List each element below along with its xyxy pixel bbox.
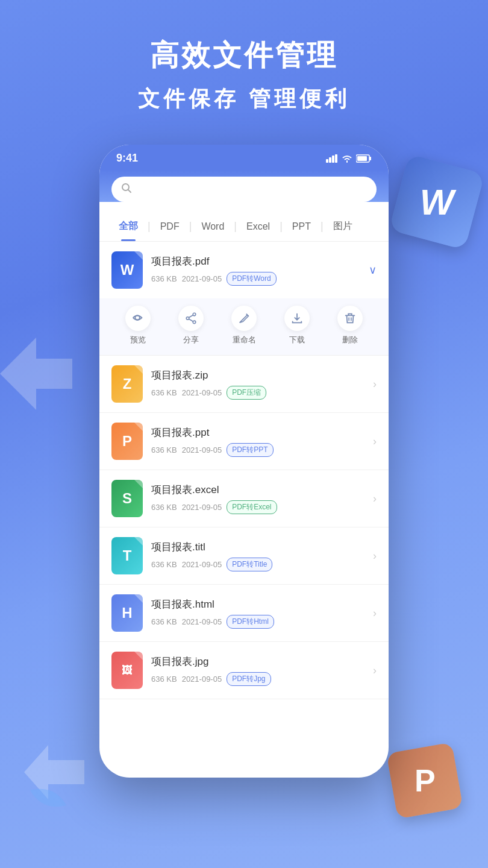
- file-meta: 636 KB 2021-09-05 PDF转Html: [151, 615, 373, 629]
- deco-p-letter: P: [414, 763, 436, 799]
- table-row[interactable]: H 项目报表.html 636 KB 2021-09-05 PDF转Html ›: [99, 585, 389, 642]
- file-name: 项目报表.html: [151, 597, 373, 611]
- search-icon: [121, 183, 132, 196]
- file-meta: 636 KB 2021-09-05 PDF转Jpg: [151, 672, 373, 686]
- file-tag: PDF转PPT: [227, 443, 273, 457]
- signal-icon: [326, 154, 338, 163]
- file-info: 项目报表.excel 636 KB 2021-09-05 PDF转Excel: [151, 483, 373, 514]
- edit-icon: [237, 312, 251, 325]
- file-name: 项目报表.zip: [151, 368, 373, 382]
- svg-point-10: [186, 317, 189, 320]
- svg-rect-0: [326, 159, 328, 163]
- tab-ppt[interactable]: PPT: [283, 213, 321, 241]
- deco-arrow-left: [0, 326, 84, 424]
- delete-icon-btn: [337, 306, 363, 331]
- action-label-share: 分享: [183, 335, 199, 345]
- file-info: 项目报表.html 636 KB 2021-09-05 PDF转Html: [151, 597, 373, 629]
- svg-rect-5: [369, 157, 371, 160]
- table-row[interactable]: S 项目报表.excel 636 KB 2021-09-05 PDF转Excel…: [99, 470, 389, 527]
- file-info: 项目报表.pdf 636 KB 2021-09-05 PDF转Word: [151, 254, 369, 286]
- file-info: 项目报表.titl 636 KB 2021-09-05 PDF转Title: [151, 540, 373, 571]
- chevron-right-icon: ›: [373, 378, 377, 391]
- chevron-right-icon: ›: [373, 607, 377, 620]
- file-name: 项目报表.pdf: [151, 254, 369, 268]
- file-tag: PDF转Jpg: [227, 672, 271, 686]
- file-tag: PDF转Excel: [227, 500, 277, 514]
- file-name: 项目报表.ppt: [151, 426, 373, 439]
- table-row[interactable]: Z 项目报表.zip 636 KB 2021-09-05 PDF压缩 ›: [99, 356, 389, 413]
- file-name: 项目报表.excel: [151, 483, 373, 497]
- file-meta: 636 KB 2021-09-05 PDF转Title: [151, 558, 373, 571]
- svg-point-11: [193, 321, 196, 324]
- action-preview[interactable]: 预览: [125, 306, 151, 345]
- file-icon-html: H: [111, 594, 143, 632]
- file-tag: PDF转Html: [227, 615, 274, 629]
- action-label-preview: 预览: [130, 335, 146, 345]
- trash-icon: [343, 312, 357, 325]
- rename-icon-btn: [231, 306, 257, 331]
- filter-tabs: 全部 | PDF | Word | Excel | PPT | 图片: [99, 212, 389, 242]
- tab-image[interactable]: 图片: [324, 212, 362, 241]
- chevron-right-icon: ›: [373, 664, 377, 677]
- action-bar: 预览 分享: [99, 298, 389, 356]
- phone-body: 9:41: [99, 145, 389, 778]
- file-name: 项目报表.titl: [151, 540, 373, 554]
- tab-excel[interactable]: Excel: [237, 213, 280, 241]
- file-icon-zip: Z: [111, 365, 143, 403]
- svg-rect-2: [332, 156, 334, 163]
- chevron-right-icon: ›: [373, 492, 377, 505]
- file-list: W 项目报表.pdf 636 KB 2021-09-05 PDF转Word ∨: [99, 242, 389, 699]
- file-meta: 636 KB 2021-09-05 PDF转Excel: [151, 500, 373, 514]
- download-icon-btn: [284, 306, 310, 331]
- file-info: 项目报表.zip 636 KB 2021-09-05 PDF压缩: [151, 368, 373, 400]
- preview-icon-btn: [125, 306, 151, 331]
- action-label-rename: 重命名: [233, 335, 256, 345]
- svg-rect-3: [335, 154, 337, 163]
- file-info: 项目报表.jpg 636 KB 2021-09-05 PDF转Jpg: [151, 655, 373, 686]
- table-row[interactable]: T 项目报表.titl 636 KB 2021-09-05 PDF转Title …: [99, 527, 389, 585]
- app-header: [99, 169, 389, 202]
- file-meta: 636 KB 2021-09-05 PDF转PPT: [151, 443, 373, 457]
- deco-word-letter: W: [420, 181, 454, 222]
- file-icon-jpg: 🖼: [111, 652, 143, 689]
- wifi-icon: [342, 154, 352, 163]
- action-label-delete: 删除: [342, 335, 358, 345]
- file-tag: PDF转Title: [227, 558, 272, 571]
- table-row[interactable]: 🖼 项目报表.jpg 636 KB 2021-09-05 PDF转Jpg ›: [99, 642, 389, 699]
- status-icons: [326, 154, 372, 163]
- deco-word-card: W: [389, 154, 484, 250]
- file-info: 项目报表.ppt 636 KB 2021-09-05 PDF转PPT: [151, 426, 373, 457]
- chevron-down-icon: ∨: [369, 263, 377, 277]
- download-icon: [290, 312, 304, 325]
- share-icon-btn: [178, 306, 204, 331]
- file-meta: 636 KB 2021-09-05 PDF压缩: [151, 386, 373, 400]
- tab-word[interactable]: Word: [192, 213, 234, 241]
- tab-all[interactable]: 全部: [109, 212, 148, 241]
- chevron-right-icon: ›: [373, 550, 377, 562]
- file-tag: PDF转Word: [227, 272, 276, 286]
- svg-rect-1: [329, 157, 331, 163]
- file-tag: PDF压缩: [227, 386, 266, 400]
- action-share[interactable]: 分享: [178, 306, 204, 345]
- status-bar: 9:41: [99, 145, 389, 169]
- tab-pdf[interactable]: PDF: [151, 213, 189, 241]
- chevron-right-icon: ›: [373, 435, 377, 448]
- svg-rect-6: [357, 156, 367, 161]
- eye-icon: [131, 312, 145, 325]
- action-delete[interactable]: 删除: [337, 306, 363, 345]
- file-icon-excel: S: [111, 480, 143, 517]
- sub-title: 文件保存 管理便利: [0, 84, 488, 114]
- file-icon-title: T: [111, 537, 143, 574]
- deco-p-card: P: [386, 742, 463, 819]
- action-rename[interactable]: 重命名: [231, 306, 257, 345]
- table-row[interactable]: P 项目报表.ppt 636 KB 2021-09-05 PDF转PPT ›: [99, 413, 389, 470]
- status-time: 9:41: [116, 152, 138, 165]
- file-icon-ppt: P: [111, 423, 143, 460]
- table-row[interactable]: W 项目报表.pdf 636 KB 2021-09-05 PDF转Word ∨: [99, 242, 389, 298]
- share-icon: [184, 312, 198, 325]
- file-icon-word: W: [111, 251, 143, 289]
- action-label-download: 下载: [289, 335, 305, 345]
- main-title: 高效文件管理: [0, 36, 488, 75]
- search-bar[interactable]: [111, 177, 377, 202]
- action-download[interactable]: 下载: [284, 306, 310, 345]
